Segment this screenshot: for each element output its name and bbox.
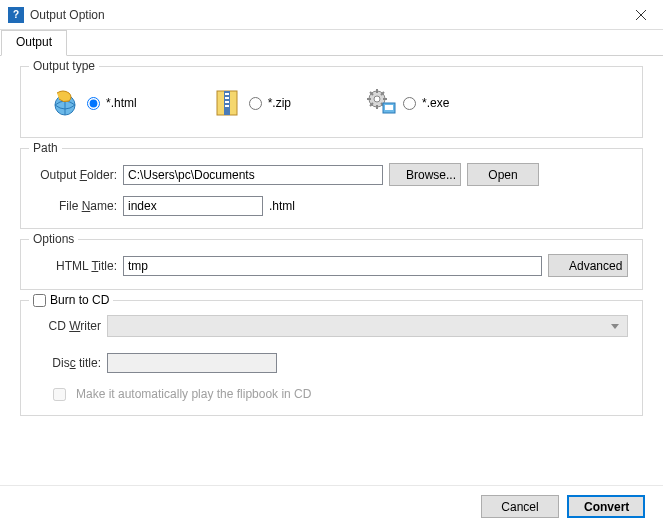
svg-rect-5 [225, 93, 229, 95]
svg-rect-8 [225, 105, 229, 107]
label-output-folder: Output Folder: [35, 168, 117, 182]
close-button[interactable] [618, 0, 663, 30]
svg-rect-6 [225, 97, 229, 99]
input-disc-title [107, 353, 277, 373]
exe-icon [365, 87, 397, 119]
content: Output type *.html *.zip *.exe Path [0, 56, 663, 434]
checkbox-autoplay [53, 388, 66, 401]
label-burn: Burn to CD [50, 293, 109, 307]
tab-output[interactable]: Output [1, 30, 67, 56]
zip-icon [211, 87, 243, 119]
group-output-type: Output type *.html *.zip *.exe [20, 66, 643, 138]
label-zip: *.zip [268, 96, 291, 110]
svg-rect-7 [225, 101, 229, 103]
legend-options: Options [29, 232, 78, 246]
label-html-title: HTML Title: [35, 259, 117, 273]
label-file-name: File Name: [35, 199, 117, 213]
label-exe: *.exe [422, 96, 449, 110]
label-ext: .html [269, 199, 295, 213]
input-output-folder[interactable] [123, 165, 383, 185]
radio-exe[interactable] [403, 97, 416, 110]
radio-html[interactable] [87, 97, 100, 110]
checkbox-burn[interactable] [33, 294, 46, 307]
close-icon [636, 10, 646, 20]
html-icon [49, 87, 81, 119]
open-button[interactable]: Open [467, 163, 539, 186]
legend-path: Path [29, 141, 62, 155]
label-autoplay: Make it automatically play the flipbook … [76, 387, 311, 401]
titlebar: ? Output Option [0, 0, 663, 30]
label-cd-writer: CD Writer [35, 319, 101, 333]
legend-burn: Burn to CD [29, 293, 113, 307]
app-icon: ? [8, 7, 24, 23]
advanced-button[interactable]: Advanced [548, 254, 628, 277]
group-options: Options HTML Title: Advanced [20, 239, 643, 290]
browse-button[interactable]: Browse... [389, 163, 461, 186]
combo-cd-writer [107, 315, 628, 337]
cancel-button[interactable]: Cancel [481, 495, 559, 518]
input-file-name[interactable] [123, 196, 263, 216]
svg-point-10 [374, 96, 380, 102]
group-burn: Burn to CD CD Writer Disc title: Make it… [20, 300, 643, 416]
legend-output-type: Output type [29, 59, 99, 73]
label-html: *.html [106, 96, 137, 110]
window-title: Output Option [30, 8, 618, 22]
radio-zip[interactable] [249, 97, 262, 110]
group-path: Path Output Folder: Browse... Open File … [20, 148, 643, 229]
input-html-title[interactable] [123, 256, 542, 276]
svg-rect-12 [385, 105, 393, 110]
label-disc-title: Disc title: [35, 356, 101, 370]
tabbar: Output [0, 30, 663, 56]
convert-button[interactable]: Convert [567, 495, 645, 518]
footer: Cancel Convert [0, 485, 663, 527]
